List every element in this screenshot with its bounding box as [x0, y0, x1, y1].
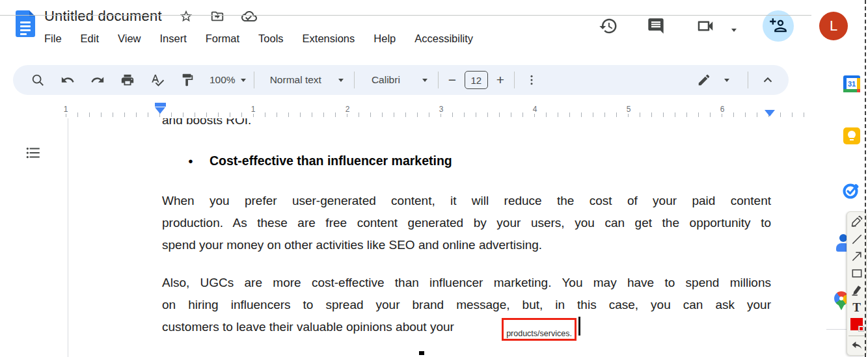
print-button[interactable] [120, 72, 135, 88]
google-docs-window: and boosts ROI. ● Cost-effective than in… [0, 0, 868, 357]
font-select[interactable]: Calibri [372, 74, 427, 86]
style-value: Normal text [270, 74, 321, 86]
history-clock-icon [599, 16, 618, 36]
move-to-folder-button[interactable] [210, 9, 224, 23]
redo-button[interactable] [90, 72, 105, 88]
menu-view[interactable]: View [118, 33, 141, 45]
menu-tools[interactable]: Tools [258, 33, 284, 45]
document-status-button[interactable] [241, 8, 257, 24]
logo-line [20, 25, 31, 27]
line-tool-button[interactable] [848, 231, 865, 247]
doc-line: on hiring influencers to spread your bra… [162, 294, 771, 316]
title-row: Untitled document [44, 8, 257, 25]
toolbar-separator [354, 72, 355, 88]
line-icon [850, 233, 863, 246]
doc-paragraph-2: Also, UGCs are more cost-effective than … [162, 272, 771, 337]
comment-icon [647, 17, 665, 35]
menu-file[interactable]: File [44, 33, 62, 45]
document-title[interactable]: Untitled document [44, 8, 162, 25]
menu-format[interactable]: Format [206, 33, 239, 45]
horizontal-ruler[interactable]: 1 1 2 3 4 5 6 [0, 103, 868, 118]
keep-bulb-stripe [850, 138, 854, 139]
menu-insert[interactable]: Insert [160, 33, 187, 45]
chevron-down-icon [422, 79, 427, 82]
menu-help[interactable]: Help [373, 33, 396, 45]
toolbar-separator [254, 72, 254, 88]
paint-format-button[interactable] [180, 72, 195, 88]
rectangle-tool-button[interactable] [848, 265, 865, 282]
menu-accessibility[interactable]: Accessibility [414, 33, 473, 45]
color-picker-button[interactable] [848, 317, 865, 333]
font-value: Calibri [372, 74, 400, 86]
join-call-button[interactable] [695, 16, 716, 36]
formatting-toolbar: 100% Normal text Calibri − 12 + [13, 65, 789, 95]
doc-line: When you prefer user-generated content, … [162, 190, 771, 212]
app-chrome: Untitled document File Edit View [0, 0, 868, 118]
search-menus-button[interactable] [30, 72, 46, 88]
rectangle-icon [850, 267, 863, 280]
star-icon [179, 9, 193, 23]
red-color-swatch [850, 318, 863, 330]
undo-icon [61, 73, 75, 87]
zoom-select[interactable]: 100% [210, 74, 246, 86]
red-annotation-box: products/services. [502, 318, 576, 341]
tasks-check-icon [842, 182, 860, 200]
account-avatar[interactable]: L [819, 12, 848, 40]
bullet-dot: ● [188, 156, 193, 166]
undo-button[interactable] [60, 72, 75, 88]
comments-button[interactable] [645, 16, 666, 36]
calendar-frame [857, 78, 860, 89]
version-history-button[interactable] [598, 16, 619, 36]
page-left-border [68, 118, 68, 357]
panel-separator [848, 336, 865, 336]
left-indent-marker[interactable] [155, 107, 165, 114]
doc-line: customers to leave their valuable opinio… [162, 316, 771, 338]
google-keep-icon[interactable] [843, 127, 860, 144]
folder-move-icon [210, 9, 224, 23]
swatch-mini-dot [860, 327, 863, 330]
arrow-tool-button[interactable] [848, 248, 865, 265]
first-line-indent-marker[interactable] [155, 103, 166, 107]
hide-menus-button[interactable] [760, 72, 776, 88]
ruler-number: 6 [718, 105, 727, 114]
pen-icon [850, 215, 863, 228]
editing-mode-select[interactable] [697, 73, 729, 87]
ruler-number: 4 [531, 105, 539, 114]
ruler-number: 3 [437, 105, 446, 114]
google-calendar-icon[interactable]: 31 [843, 75, 860, 92]
marker-tool-button[interactable] [848, 282, 865, 298]
call-options-dropdown[interactable] [724, 20, 744, 40]
chevron-down-icon [731, 29, 737, 32]
pen-tool-button[interactable] [848, 214, 865, 230]
paragraph-style-select[interactable]: Normal text [270, 74, 344, 86]
doc-line: production. As these are free content ge… [162, 212, 771, 234]
google-tasks-icon[interactable] [842, 182, 860, 200]
increase-font-size-button[interactable]: + [495, 72, 506, 88]
arrow-icon [850, 250, 863, 263]
more-options-button[interactable] [524, 72, 539, 88]
pencil-edit-icon [697, 73, 711, 87]
logo-line [20, 33, 27, 35]
calendar-frame [843, 89, 857, 92]
star-button[interactable] [179, 9, 193, 23]
decrease-font-size-button[interactable]: − [446, 72, 458, 88]
show-outline-button[interactable] [23, 143, 43, 163]
font-size-input[interactable]: 12 [465, 71, 488, 89]
calendar-frame [857, 89, 860, 92]
avatar-letter: L [830, 18, 837, 34]
toolbar-separator [748, 72, 748, 88]
menu-bar: File Edit View Insert Format Tools Exten… [44, 33, 473, 45]
menu-edit[interactable]: Edit [81, 33, 99, 45]
font-size-value: 12 [471, 75, 482, 86]
text-tool-button[interactable]: T [848, 299, 865, 315]
right-indent-marker[interactable] [765, 110, 775, 116]
logo-line [20, 21, 31, 23]
person-add-icon [769, 17, 787, 35]
capture-selection-border [865, 0, 866, 357]
undo-annotation-button[interactable] [848, 338, 865, 354]
menu-extensions[interactable]: Extensions [303, 33, 355, 45]
spell-check-button[interactable] [150, 72, 165, 88]
search-icon [31, 73, 45, 87]
chevron-down-icon [724, 79, 729, 82]
doc-line: spend your money on other activities lik… [162, 234, 771, 256]
